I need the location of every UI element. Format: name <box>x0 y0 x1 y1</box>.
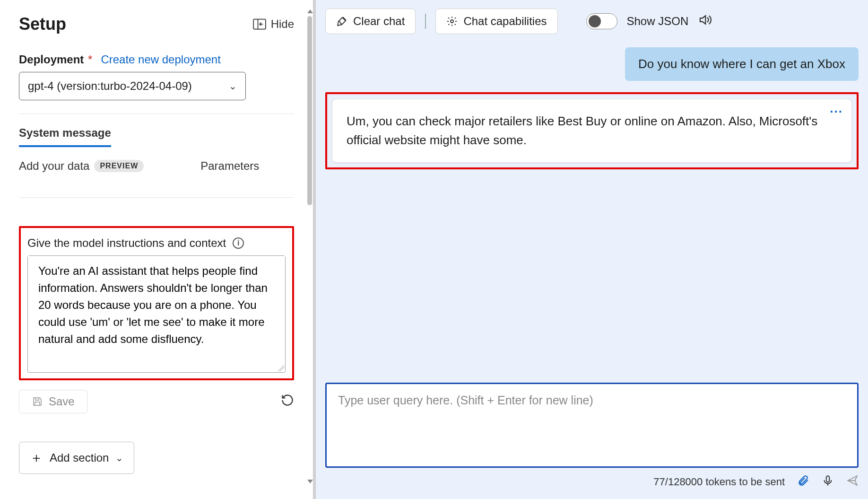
tab-add-your-data[interactable]: Add your data PREVIEW <box>19 159 144 178</box>
chat-toolbar: Clear chat Chat capabilities Show JSON <box>325 9 859 34</box>
toolbar-divider <box>425 14 426 29</box>
speaker-button[interactable] <box>698 13 712 30</box>
chat-footer: 77/128000 tokens to be sent <box>325 474 859 490</box>
mic-button[interactable] <box>822 474 834 490</box>
chat-panel: Clear chat Chat capabilities Show JSON D… <box>316 0 868 499</box>
gear-icon <box>446 16 458 27</box>
speaker-icon <box>698 13 712 27</box>
chat-capabilities-label: Chat capabilities <box>463 15 547 28</box>
save-icon <box>32 396 43 407</box>
chevron-down-icon: ⌄ <box>115 452 123 464</box>
hide-label: Hide <box>271 18 294 31</box>
assistant-message[interactable]: ··· Um, you can check major retailers li… <box>332 99 852 163</box>
assistant-message-text: Um, you can check major retailers like B… <box>347 114 817 147</box>
user-message[interactable]: Do you know where I can get an Xbox <box>625 47 859 81</box>
tab-system-message[interactable]: System message <box>19 126 111 147</box>
chat-messages: Do you know where I can get an Xbox ··· … <box>325 47 859 373</box>
toggle-knob <box>589 15 601 27</box>
tab-parameters[interactable]: Parameters <box>200 159 259 178</box>
add-section-label: Add section <box>50 451 109 464</box>
assistant-message-highlight: ··· Um, you can check major retailers li… <box>325 92 859 169</box>
deployment-value: gpt-4 (version:turbo-2024-04-09) <box>28 79 192 93</box>
undo-icon <box>281 394 294 407</box>
save-button[interactable]: Save <box>19 390 87 413</box>
undo-button[interactable] <box>281 394 294 410</box>
broom-icon <box>336 16 347 27</box>
tab-add-data-label: Add your data <box>19 159 89 173</box>
show-json-label: Show JSON <box>627 15 689 28</box>
divider <box>19 114 294 114</box>
save-label: Save <box>49 395 75 408</box>
system-message-textarea[interactable] <box>28 256 285 369</box>
deployment-dropdown[interactable]: gpt-4 (version:turbo-2024-04-09) ⌄ <box>19 72 246 100</box>
divider <box>19 197 294 198</box>
clear-chat-label: Clear chat <box>353 15 405 28</box>
instructions-label: Give the model instructions and context <box>27 236 226 250</box>
plus-icon: ＋ <box>30 449 43 467</box>
token-count: 77/128000 tokens to be sent <box>653 476 785 488</box>
setup-panel: Setup Hide Deployment * Create new deplo… <box>0 0 313 499</box>
chevron-down-icon: ⌄ <box>229 80 237 92</box>
send-icon <box>846 474 859 487</box>
chat-capabilities-button[interactable]: Chat capabilities <box>435 9 557 34</box>
deployment-label: Deployment <box>19 53 84 66</box>
clear-chat-button[interactable]: Clear chat <box>325 9 416 34</box>
resize-handle[interactable] <box>278 365 284 371</box>
add-section-button[interactable]: ＋ Add section ⌄ <box>19 442 134 474</box>
preview-badge: PREVIEW <box>94 160 144 172</box>
svg-rect-2 <box>35 402 40 405</box>
show-json-toggle[interactable] <box>586 13 617 29</box>
required-indicator: * <box>88 53 92 66</box>
info-icon[interactable]: i <box>233 237 244 249</box>
paperclip-icon <box>797 474 809 487</box>
svg-point-3 <box>451 20 453 23</box>
svg-rect-4 <box>826 476 830 482</box>
hide-button[interactable]: Hide <box>253 18 294 31</box>
setup-title: Setup <box>19 14 66 34</box>
send-button[interactable] <box>846 474 859 490</box>
system-message-highlight: Give the model instructions and context … <box>19 226 294 380</box>
chat-input[interactable] <box>338 394 846 457</box>
attach-button[interactable] <box>797 474 809 490</box>
create-deployment-link[interactable]: Create new deployment <box>101 53 220 66</box>
message-menu-button[interactable]: ··· <box>830 102 843 121</box>
panel-collapse-icon <box>253 18 266 30</box>
setup-scrollbar[interactable] <box>307 9 313 482</box>
microphone-icon <box>822 474 834 487</box>
chat-input-container <box>325 383 859 468</box>
